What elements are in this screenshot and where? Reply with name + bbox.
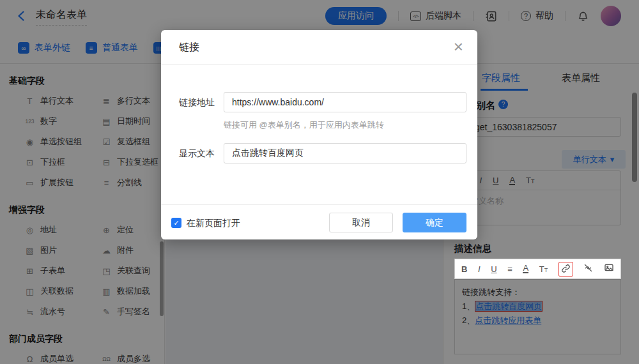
url-label: 链接地址: [179, 97, 215, 109]
dialog-footer: ✓ 在新页面打开 取消 确定: [161, 204, 477, 239]
url-hint: 链接可用 @表单别名，用于应用内表单跳转: [224, 119, 384, 131]
underline-button[interactable]: U: [491, 264, 497, 274]
cancel-button[interactable]: 取消: [329, 213, 393, 232]
new-page-checkbox[interactable]: ✓: [171, 218, 181, 228]
unlink-icon: [583, 263, 593, 273]
font-color-button[interactable]: A: [523, 264, 528, 273]
link-dialog: 链接 × 链接地址 链接可用 @表单别名，用于应用内表单跳转 显示文本 ✓ 在新…: [161, 30, 477, 239]
align-button[interactable]: ≡: [507, 264, 512, 274]
new-page-label: 在新页面打开: [187, 218, 240, 229]
font-size-button[interactable]: TT: [539, 264, 548, 274]
insert-link-button[interactable]: [558, 262, 573, 277]
link-icon: [561, 264, 571, 273]
close-icon[interactable]: ×: [454, 36, 463, 57]
remove-link-button[interactable]: [583, 263, 593, 275]
dialog-header: 链接 ×: [161, 30, 477, 64]
italic-button[interactable]: I: [478, 264, 481, 274]
image-icon: [604, 262, 614, 273]
display-text-label: 显示文本: [179, 148, 215, 160]
description-toolbar: B I U ≡ A TT: [454, 259, 621, 279]
link-url-input[interactable]: [224, 92, 466, 112]
dialog-title: 链接: [179, 41, 199, 54]
bold-button[interactable]: B: [461, 264, 467, 274]
confirm-button[interactable]: 确定: [403, 213, 466, 232]
insert-image-button[interactable]: [604, 262, 614, 275]
display-text-input[interactable]: [224, 143, 466, 163]
